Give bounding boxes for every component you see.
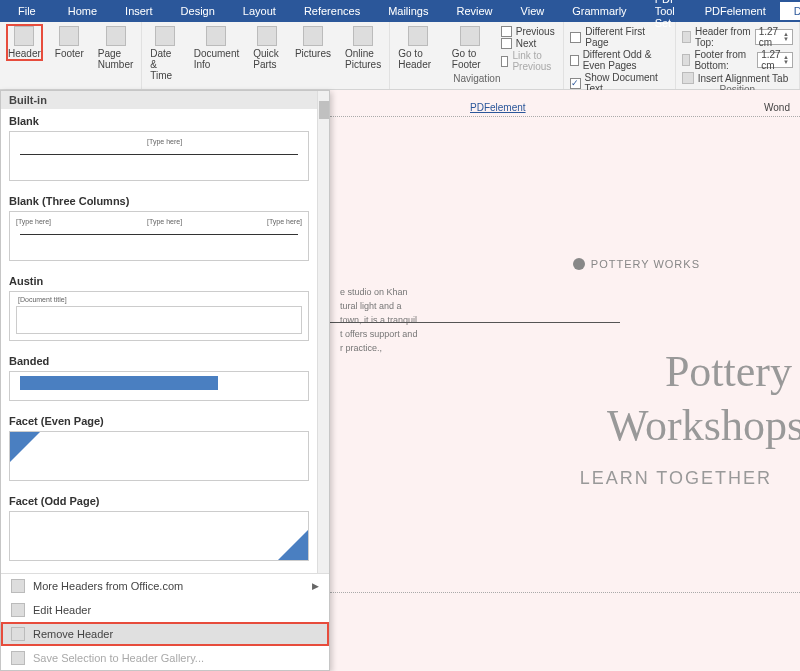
edit-header-label: Edit Header bbox=[33, 604, 91, 616]
office-icon bbox=[11, 579, 25, 593]
item-facet-odd-preview[interactable] bbox=[9, 511, 309, 561]
header-gallery-dropdown: Built-in Blank [Type here] Blank (Three … bbox=[0, 90, 330, 671]
ribbon-group-navigation: Go to Header Go to Footer Previous Next … bbox=[390, 22, 564, 89]
tab-mailings[interactable]: Mailings bbox=[374, 2, 442, 20]
goto-header-button[interactable]: Go to Header bbox=[396, 24, 440, 72]
placeholder-text: [Type here] bbox=[147, 138, 182, 145]
more-headers-button[interactable]: More Headers from Office.com ▶ bbox=[1, 574, 329, 598]
remove-icon bbox=[11, 627, 25, 641]
next-button[interactable]: Next bbox=[501, 38, 558, 49]
document-info-button[interactable]: Document Info bbox=[192, 24, 242, 72]
footer-icon bbox=[59, 26, 79, 46]
save-icon bbox=[11, 651, 25, 665]
quick-parts-button[interactable]: Quick Parts bbox=[251, 24, 283, 72]
item-austin-preview[interactable]: [Document title] bbox=[9, 291, 309, 341]
spinner-icon[interactable]: ▲▼ bbox=[783, 55, 789, 65]
scrollbar-thumb[interactable] bbox=[319, 101, 329, 119]
tab-insert[interactable]: Insert bbox=[111, 2, 167, 20]
title-pottery: Pottery bbox=[665, 346, 792, 397]
alignment-tab-label: Insert Alignment Tab bbox=[698, 73, 788, 84]
date-time-icon bbox=[155, 26, 175, 46]
tab-pdfelement[interactable]: PDFelement bbox=[691, 2, 780, 20]
item-facet-odd-label: Facet (Odd Page) bbox=[1, 489, 317, 509]
different-first-page-checkbox[interactable]: Different First Page bbox=[570, 26, 668, 48]
next-label: Next bbox=[516, 38, 537, 49]
placeholder-text: [Type here] bbox=[267, 218, 302, 225]
page-number-label: Page Number bbox=[98, 48, 134, 70]
previous-label: Previous bbox=[516, 26, 555, 37]
header-top-icon bbox=[682, 31, 691, 43]
item-banded-preview[interactable] bbox=[9, 371, 309, 401]
alignment-tab-icon bbox=[682, 72, 694, 84]
link-icon bbox=[501, 56, 509, 67]
item-blank-3col-label: Blank (Three Columns) bbox=[1, 189, 317, 209]
item-facet-even-preview[interactable] bbox=[9, 431, 309, 481]
gallery-scroll: Built-in Blank [Type here] Blank (Three … bbox=[1, 91, 329, 573]
tab-design[interactable]: Design bbox=[167, 2, 229, 20]
previous-button[interactable]: Previous bbox=[501, 26, 558, 37]
item-blank-label: Blank bbox=[1, 109, 317, 129]
item-banded-label: Banded bbox=[1, 349, 317, 369]
remove-header-button[interactable]: Remove Header bbox=[1, 622, 329, 646]
brand-text: POTTERY WORKS bbox=[591, 258, 700, 270]
tab-view[interactable]: View bbox=[507, 2, 559, 20]
tab-layout[interactable]: Layout bbox=[229, 2, 290, 20]
goto-footer-label: Go to Footer bbox=[452, 48, 489, 70]
ribbon-group-options: Different First Page Different Odd & Eve… bbox=[564, 22, 675, 89]
pictures-icon bbox=[303, 26, 323, 46]
document-surface: PDFelement Wond e studio on Khan tural l… bbox=[330, 90, 800, 671]
ribbon: Header Footer Page Number Date & Time Do… bbox=[0, 22, 800, 90]
save-selection-label: Save Selection to Header Gallery... bbox=[33, 652, 204, 664]
header-button[interactable]: Header bbox=[6, 24, 43, 61]
tab-review[interactable]: Review bbox=[443, 2, 507, 20]
footer-from-bottom-input[interactable]: 1.27 cm▲▼ bbox=[757, 52, 793, 68]
tab-header-footer-design[interactable]: Design bbox=[780, 2, 800, 20]
header-label: Header bbox=[8, 48, 41, 59]
different-odd-even-checkbox[interactable]: Different Odd & Even Pages bbox=[570, 49, 668, 71]
online-pictures-button[interactable]: Online Pictures bbox=[343, 24, 383, 72]
goto-header-label: Go to Header bbox=[398, 48, 438, 70]
footer-bottom-label: Footer from Bottom: bbox=[694, 49, 753, 71]
group-label-hf bbox=[6, 73, 135, 87]
separator-line bbox=[330, 322, 620, 323]
item-austin-label: Austin bbox=[1, 269, 317, 289]
header-link-pdfelement[interactable]: PDFelement bbox=[470, 102, 526, 113]
page-number-button[interactable]: Page Number bbox=[96, 24, 136, 72]
footer-button[interactable]: Footer bbox=[53, 24, 86, 61]
link-label: Link to Previous bbox=[512, 50, 557, 72]
link-to-previous-button[interactable]: Link to Previous bbox=[501, 50, 558, 72]
header-from-top-input[interactable]: 1.27 cm▲▼ bbox=[755, 29, 793, 45]
gallery-scrollbar[interactable] bbox=[317, 91, 329, 573]
tab-file[interactable]: File bbox=[0, 2, 54, 20]
document-info-label: Document Info bbox=[194, 48, 240, 70]
date-time-button[interactable]: Date & Time bbox=[148, 24, 181, 83]
tab-grammarly[interactable]: Grammarly bbox=[558, 2, 640, 20]
online-pictures-icon bbox=[353, 26, 373, 46]
spinner-icon[interactable]: ▲▼ bbox=[783, 32, 789, 42]
goto-footer-button[interactable]: Go to Footer bbox=[450, 24, 491, 72]
page-number-icon bbox=[106, 26, 126, 46]
checkbox-icon bbox=[570, 32, 581, 43]
edit-header-button[interactable]: Edit Header bbox=[1, 598, 329, 622]
chevron-right-icon: ▶ bbox=[312, 581, 319, 591]
insert-alignment-tab-button[interactable]: Insert Alignment Tab bbox=[682, 72, 793, 84]
header-top-value: 1.27 cm bbox=[759, 26, 783, 48]
tab-references[interactable]: References bbox=[290, 2, 374, 20]
save-selection-button: Save Selection to Header Gallery... bbox=[1, 646, 329, 670]
ribbon-group-header-footer: Header Footer Page Number bbox=[0, 22, 142, 89]
header-boundary bbox=[330, 116, 800, 117]
brand-row: POTTERY WORKS bbox=[573, 258, 700, 270]
footer-from-bottom-row: Footer from Bottom: 1.27 cm▲▼ bbox=[682, 49, 793, 71]
goto-header-icon bbox=[408, 26, 428, 46]
group-label-insert bbox=[148, 83, 383, 87]
item-blank-preview[interactable]: [Type here] bbox=[9, 131, 309, 181]
menu-bar: File Home Insert Design Layout Reference… bbox=[0, 0, 800, 22]
pictures-button[interactable]: Pictures bbox=[293, 24, 333, 61]
edit-icon bbox=[11, 603, 25, 617]
online-pictures-label: Online Pictures bbox=[345, 48, 381, 70]
goto-footer-icon bbox=[460, 26, 480, 46]
item-blank-3col-preview[interactable]: [Type here] [Type here] [Type here] bbox=[9, 211, 309, 261]
placeholder-text: [Document title] bbox=[18, 296, 67, 303]
tab-home[interactable]: Home bbox=[54, 2, 111, 20]
more-headers-label: More Headers from Office.com bbox=[33, 580, 183, 592]
